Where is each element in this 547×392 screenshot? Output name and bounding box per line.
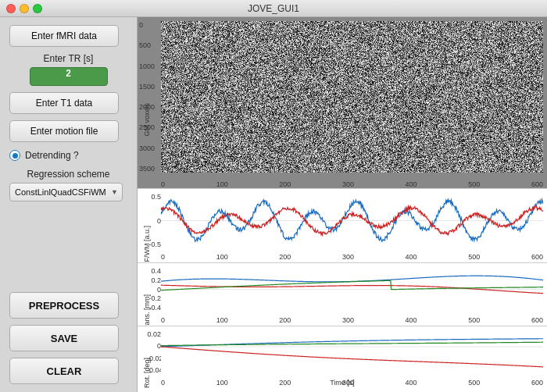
top-plot-y-label: GM voxels xyxy=(143,103,151,137)
enter-motion-button[interactable]: Enter motion file xyxy=(9,120,119,142)
tr-input[interactable]: 2 xyxy=(30,67,108,86)
top-plot-x-ticks: 0 100 200 300 400 500 600 xyxy=(161,180,543,188)
preprocess-button[interactable]: PREPROCESS xyxy=(9,292,119,319)
enter-t1-button[interactable]: Enter T1 data xyxy=(9,92,119,114)
csf-x-ticks: 0 100 200 300 400 500 600 xyxy=(161,253,543,261)
left-panel: Enter fMRI data Enter TR [s] 2 Enter T1 … xyxy=(0,17,137,392)
rot-canvas xyxy=(161,330,543,374)
maximize-button[interactable] xyxy=(33,4,42,13)
tr-label: Enter TR [s] xyxy=(44,53,94,64)
window-title: JOVE_GUI1 xyxy=(248,3,299,14)
main-container: Enter fMRI data Enter TR [s] 2 Enter T1 … xyxy=(0,17,547,392)
top-plot-y-ticks: 0 500 1000 1500 2000 2500 3000 3500 xyxy=(139,21,155,173)
csf-canvas xyxy=(161,193,543,248)
detrend-label: Detrending ? xyxy=(25,150,79,161)
top-plot: 0 500 1000 1500 2000 2500 3000 3500 GM v… xyxy=(138,17,547,189)
csf-wm-plot: 0.5 0 -0.5 CSF/WM [a.u.] 0 100 200 300 4… xyxy=(138,189,547,263)
save-button[interactable]: SAVE xyxy=(9,325,119,351)
regression-label: Regression scheme xyxy=(9,169,127,180)
right-panel: 0 500 1000 1500 2000 2500 3000 3500 GM v… xyxy=(137,17,547,392)
clear-button[interactable]: CLEAR xyxy=(9,358,119,384)
trans-plot: 0.4 0.2 0 -0.2 -0.4 Trans. [mm] 0 100 20… xyxy=(138,263,547,326)
noise-canvas xyxy=(161,21,543,173)
trans-y-label: Trans. [mm] xyxy=(143,294,151,326)
rot-plot: 0.02 0 -0.02 -0.04 Rot. [deg] 0 100 200 … xyxy=(138,326,547,388)
trans-x-ticks: 0 100 200 300 400 500 600 xyxy=(161,316,543,324)
regression-section: Regression scheme ConstLinlQuadCSFiWM ▼ xyxy=(9,169,127,201)
trans-canvas xyxy=(161,267,543,312)
window-controls[interactable] xyxy=(6,4,42,13)
enter-fmri-button[interactable]: Enter fMRI data xyxy=(9,25,119,47)
radio-dot-inner xyxy=(13,153,18,159)
csf-y-label: CSF/WM [a.u.] xyxy=(143,226,151,263)
close-button[interactable] xyxy=(6,4,16,13)
tr-section: Enter TR [s] 2 xyxy=(9,53,127,86)
title-bar: JOVE_GUI1 xyxy=(0,0,547,17)
regression-select-wrap: ConstLinlQuadCSFiWM ▼ xyxy=(9,183,123,201)
minimize-button[interactable] xyxy=(20,4,29,13)
rot-x-label: Time [s] xyxy=(330,379,355,387)
regression-select[interactable]: ConstLinlQuadCSFiWM xyxy=(9,183,123,201)
rot-y-label: Rot. [deg] xyxy=(143,358,151,388)
detrending-radio[interactable] xyxy=(9,150,20,161)
detrending-row: Detrending ? xyxy=(9,148,127,162)
